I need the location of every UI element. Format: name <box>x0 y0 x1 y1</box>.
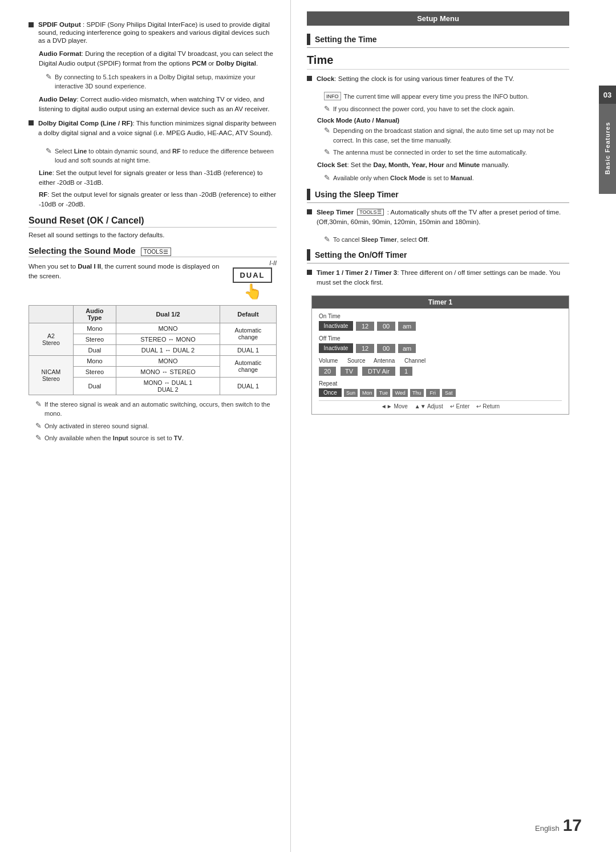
side-tab-basic-features: Basic Features <box>599 103 616 194</box>
on-inactivate-btn[interactable]: Inactivate <box>319 321 353 331</box>
setup-menu-label: Setup Menu <box>417 14 459 23</box>
page-number-area: English 17 <box>535 816 582 835</box>
off-inactivate-btn[interactable]: Inactivate <box>319 343 353 353</box>
note-5ch: ✎ By connecting to 5.1ch speakers in a D… <box>46 72 277 91</box>
sleep-bullet-icon <box>307 209 312 214</box>
section-bar-sleep <box>307 189 310 200</box>
repeat-fri: Fri <box>426 389 440 397</box>
timer-box: Timer 1 On Time Inactivate 12 00 <box>311 295 569 415</box>
info-icon-box: INFO <box>324 92 341 100</box>
setting-time-label: Setting the Time <box>315 35 377 44</box>
info-note-item: INFO The current time will appear every … <box>324 92 569 102</box>
source-value: TV <box>341 367 358 376</box>
audio-format-title: Audio Format <box>39 50 82 57</box>
tools-badge-sleep: TOOLS☰ <box>357 209 383 216</box>
timer-para: Timer 1 / Timer 2 / Timer 3: Three diffe… <box>317 268 569 288</box>
note-input-tv: ✎ Only available when the Input source i… <box>35 433 277 443</box>
channel-value: 1 <box>400 367 412 376</box>
sound-mode-table: AudioType Dual 1/2 Default A2Stereo Mono… <box>29 305 277 395</box>
note-5ch-text: By connecting to 5.1ch speakers in a Dol… <box>55 72 277 91</box>
note-antenna-text: The antenna must be connected in order t… <box>333 148 527 157</box>
volume-label: Volume <box>319 358 343 364</box>
note-pencil-icon-2: ✎ <box>46 147 52 155</box>
setup-menu-header: Setup Menu <box>307 11 569 26</box>
timer-section: Timer 1 / Timer 2 / Timer 3: Three diffe… <box>307 268 569 291</box>
dolby-comp-para: Dolby Digital Comp (Line / RF): This fun… <box>38 119 277 139</box>
on-off-timer-header: Setting the On/Off Timer <box>307 249 569 263</box>
dolby-comp-section: Dolby Digital Comp (Line / RF): This fun… <box>29 119 277 142</box>
sleep-timer-text: : Automatically shuts off the TV after a… <box>317 209 561 225</box>
language-label: English <box>535 824 560 833</box>
setting-time-header: Setting the Time <box>307 34 569 48</box>
note-stereo-only: ✎ Only activated in stereo sound signal. <box>35 421 277 431</box>
note-pencil-icon: ✎ <box>46 72 52 81</box>
repeat-once-btn[interactable]: Once <box>319 388 342 397</box>
rf-desc: RF: Set the output level for signals gre… <box>39 190 277 210</box>
spdif-section: SPDIF Output : SPDIF (Sony Philips Digit… <box>29 21 277 44</box>
repeat-tue: Tue <box>376 389 390 397</box>
dolby-digital-bold: Dolby Digital <box>216 60 256 67</box>
sound-mode-title: Selecting the Sound Mode <box>29 246 136 255</box>
section-bar-timer <box>307 249 310 261</box>
on-off-timer-label: Setting the On/Off Timer <box>315 250 407 259</box>
power-note-item: ✎ If you disconnect the power cord, you … <box>324 104 569 114</box>
chapter-number: 03 <box>603 91 611 99</box>
note-pencil-icon-10: ✎ <box>324 235 330 244</box>
repeat-sat: Sat <box>442 389 456 397</box>
clock-text: : Setting the clock is for using various… <box>334 75 514 82</box>
channel-label: Channel <box>404 358 425 364</box>
off-min-display: 00 <box>377 344 395 353</box>
sleep-timer-header: Using the Sleep Timer <box>307 189 569 203</box>
on-min-display: 00 <box>377 322 395 331</box>
repeat-label: Repeat <box>319 380 562 387</box>
note-stereo-only-text: Only activated in stereo sound signal. <box>44 421 149 431</box>
page-number: 17 <box>563 816 582 835</box>
off-ampm-display: am <box>398 344 416 353</box>
note-pencil-icon-5: ✎ <box>35 433 42 442</box>
left-column: SPDIF Output : SPDIF (Sony Philips Digit… <box>0 0 291 852</box>
clock-para: Clock: Setting the clock is for using va… <box>317 74 514 84</box>
note-available: ✎ Available only when Clock Mode is set … <box>324 173 569 183</box>
note-stereo-weak-text: If the stereo signal is weak and an auto… <box>44 400 277 419</box>
dual-display-box: I-II DUAL 👆 <box>228 259 277 301</box>
sound-mode-section: Selecting the Sound Mode TOOLS☰ When you… <box>29 246 277 443</box>
audio-delay-title: Audio Delay <box>39 96 76 103</box>
note-pencil-icon-8: ✎ <box>324 148 330 156</box>
note-pencil-icon-6: ✎ <box>324 104 330 113</box>
table-row: NICAMStereo Mono MONO Automaticchange <box>29 355 277 366</box>
power-note-text: If you disconnect the power cord, you ha… <box>333 104 515 114</box>
side-tab-number: 03 <box>599 86 616 104</box>
note-pencil-icon-7: ✎ <box>324 126 330 135</box>
pcm-bold: PCM <box>192 60 206 67</box>
note-cancel-sleep-text: To cancel Sleep Timer, select Off. <box>333 235 429 245</box>
sound-reset-title: Sound Reset (OK / Cancel) <box>29 216 144 225</box>
note-input-tv-text: Only available when the Input source is … <box>44 433 184 443</box>
note-line-rf: ✎ Select Line to obtain dynamic sound, a… <box>46 147 277 165</box>
sound-reset-section: Sound Reset (OK / Cancel) Reset all soun… <box>29 216 277 240</box>
on-ampm-display: am <box>398 322 416 331</box>
sound-mode-desc: When you set to Dual I II, the current s… <box>29 262 220 282</box>
note-pencil-icon-4: ✎ <box>35 421 42 430</box>
sound-reset-text: Reset all sound settings to the factory … <box>29 230 277 240</box>
timer-box-title: Timer 1 <box>312 296 569 309</box>
tools-badge: TOOLS☰ <box>141 248 171 256</box>
note-pencil-icon-9: ✎ <box>324 173 330 182</box>
note-available-text: Available only when Clock Mode is set to… <box>333 173 474 183</box>
clock-mode-title: Clock Mode (Auto / Manual) <box>317 117 569 124</box>
line-desc: Line: Set the output level for signals g… <box>39 168 277 188</box>
spdif-title: SPDIF Output <box>38 21 81 28</box>
table-header-row: AudioType Dual 1/2 Default <box>29 305 277 323</box>
audio-delay-para: Audio Delay: Correct audio-video mismatc… <box>39 95 277 115</box>
antenna-value: DTV Air <box>362 367 395 376</box>
side-tab-label: Basic Features <box>604 122 611 175</box>
source-label: Source <box>347 358 369 364</box>
off-hour-display: 12 <box>356 344 374 353</box>
dolby-comp-title: Dolby Digital Comp (Line / RF) <box>38 120 132 127</box>
repeat-wed: Wed <box>392 389 407 397</box>
timer-bullet-icon <box>307 270 312 275</box>
note-antenna: ✎ The antenna must be connected in order… <box>324 148 569 157</box>
audio-format-para: Audio Format: During the reception of a … <box>39 49 277 69</box>
nav-enter: ↵ Enter <box>450 403 470 409</box>
repeat-thu: Thu <box>410 389 424 397</box>
sleep-timer-para: Sleep Timer TOOLS☰ : Automatically shuts… <box>317 208 569 228</box>
